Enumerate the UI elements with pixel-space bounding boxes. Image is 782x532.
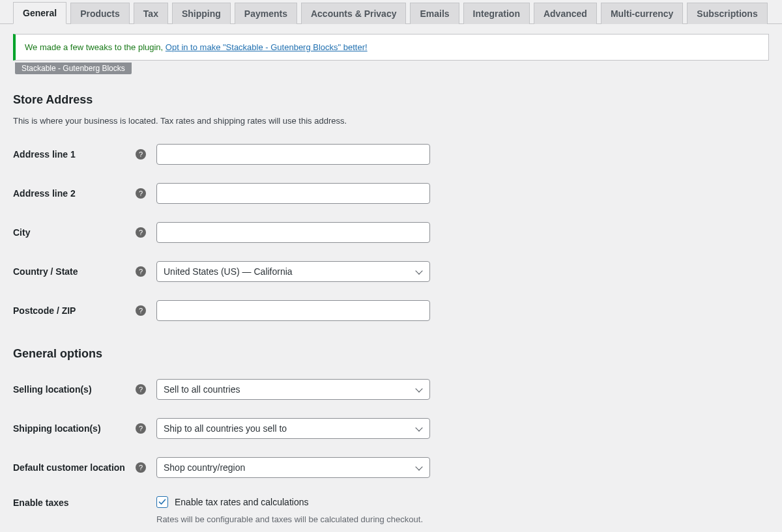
tab-multi-currency[interactable]: Multi-currency <box>601 3 683 24</box>
section-title-store-address: Store Address <box>13 93 769 107</box>
label-enable-taxes: Enable taxes <box>13 497 69 508</box>
row-shipping-locations: Shipping location(s) ? Ship to all count… <box>13 418 769 439</box>
tab-subscriptions[interactable]: Subscriptions <box>687 3 767 24</box>
label-city: City <box>13 227 30 238</box>
shipping-locations-select[interactable]: Ship to all countries you sell to <box>156 418 430 439</box>
chevron-down-icon <box>416 386 423 393</box>
postcode-input[interactable] <box>156 300 430 321</box>
label-address-line-2: Address line 2 <box>13 188 76 199</box>
tab-products[interactable]: Products <box>70 3 130 24</box>
help-icon[interactable]: ? <box>136 149 146 160</box>
label-country-state: Country / State <box>13 266 78 277</box>
selling-locations-select[interactable]: Sell to all countries <box>156 379 430 400</box>
row-city: City ? <box>13 222 769 243</box>
address-line-2-input[interactable] <box>156 183 430 204</box>
row-default-customer-location: Default customer location ? Shop country… <box>13 457 769 478</box>
tab-general[interactable]: General <box>13 2 66 24</box>
enable-taxes-desc: Rates will be configurable and taxes wil… <box>156 514 547 524</box>
tab-emails[interactable]: Emails <box>410 3 459 24</box>
help-icon[interactable]: ? <box>136 384 146 395</box>
label-postcode: Postcode / ZIP <box>13 305 76 316</box>
country-state-select[interactable]: United States (US) — California <box>156 261 430 282</box>
help-icon[interactable]: ? <box>136 227 146 238</box>
settings-tabs: General Products Tax Shipping Payments A… <box>13 0 782 23</box>
notice-text: We made a few tweaks to the plugin, <box>25 42 166 52</box>
row-address-line-1: Address line 1 ? <box>13 144 769 165</box>
row-country-state: Country / State ? United States (US) — C… <box>13 261 769 282</box>
notice-optin-link[interactable]: Opt in to make "Stackable - Gutenberg Bl… <box>166 42 368 52</box>
tab-advanced[interactable]: Advanced <box>534 3 597 24</box>
row-postcode: Postcode / ZIP ? <box>13 300 769 321</box>
chevron-down-icon <box>416 268 423 275</box>
label-address-line-1: Address line 1 <box>13 149 76 160</box>
tab-shipping[interactable]: Shipping <box>172 3 231 24</box>
default-customer-location-value: Shop country/region <box>164 462 245 473</box>
row-enable-taxes: Enable taxes Enable tax rates and calcul… <box>13 496 769 524</box>
enable-taxes-checkbox[interactable] <box>156 496 168 508</box>
address-line-1-input[interactable] <box>156 144 430 165</box>
label-shipping-locations: Shipping location(s) <box>13 423 101 434</box>
check-icon <box>158 498 166 506</box>
help-icon[interactable]: ? <box>136 305 146 316</box>
country-state-value: United States (US) — California <box>164 266 293 277</box>
help-icon[interactable]: ? <box>136 188 146 199</box>
help-icon[interactable]: ? <box>136 266 146 277</box>
label-selling-locations: Selling location(s) <box>13 384 92 395</box>
tab-accounts-privacy[interactable]: Accounts & Privacy <box>301 3 407 24</box>
label-default-customer-location: Default customer location <box>13 462 125 473</box>
section-desc-store-address: This is where your business is located. … <box>13 116 769 126</box>
help-icon[interactable]: ? <box>136 423 146 434</box>
city-input[interactable] <box>156 222 430 243</box>
help-icon[interactable]: ? <box>136 462 146 473</box>
tab-tax[interactable]: Tax <box>134 3 168 24</box>
selling-locations-value: Sell to all countries <box>164 384 240 395</box>
shipping-locations-value: Ship to all countries you sell to <box>164 423 287 434</box>
default-customer-location-select[interactable]: Shop country/region <box>156 457 430 478</box>
row-selling-locations: Selling location(s) ? Sell to all countr… <box>13 379 769 400</box>
chevron-down-icon <box>416 464 423 471</box>
tab-integration[interactable]: Integration <box>463 3 530 24</box>
notice-source-tag: Stackable - Gutenberg Blocks <box>15 63 132 74</box>
enable-taxes-checkbox-label: Enable tax rates and calculations <box>175 497 308 507</box>
section-title-general-options: General options <box>13 347 769 361</box>
tab-payments[interactable]: Payments <box>235 3 297 24</box>
plugin-notice: We made a few tweaks to the plugin, Opt … <box>13 34 769 61</box>
row-address-line-2: Address line 2 ? <box>13 183 769 204</box>
chevron-down-icon <box>416 425 423 432</box>
